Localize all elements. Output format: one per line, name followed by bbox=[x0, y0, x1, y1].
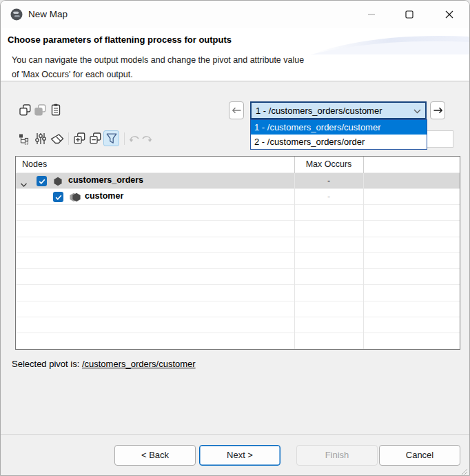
pivot-link[interactable]: /customers_orders/customer bbox=[82, 359, 196, 369]
redo-icon[interactable] bbox=[141, 133, 152, 143]
table-empty-row bbox=[16, 221, 460, 237]
chevron-down-expander-icon[interactable] bbox=[20, 178, 28, 185]
tree-row-customer[interactable]: customer - bbox=[16, 189, 460, 205]
filter-funnel-icon[interactable] bbox=[103, 130, 119, 146]
duplicate-icon[interactable] bbox=[19, 103, 31, 116]
cancel-button[interactable]: Cancel bbox=[379, 445, 460, 466]
toolbar-separator bbox=[124, 132, 125, 145]
footer-separator bbox=[1, 434, 469, 435]
max-occurs-value[interactable]: - bbox=[294, 192, 363, 201]
output-option-1[interactable]: 1 - /customers_orders/customer bbox=[251, 120, 427, 135]
window-title: New Map bbox=[28, 8, 68, 21]
tree-structure-icon[interactable] bbox=[18, 132, 30, 145]
title-bar: New Map bbox=[1, 1, 469, 28]
column-header-max-occurs: Max Occurs bbox=[294, 159, 363, 169]
close-icon[interactable] bbox=[438, 5, 461, 24]
output-select-value: 1 - /customers_orders/customer bbox=[256, 106, 382, 116]
output-select-popup: 1 - /customers_orders/customer 2 - /cust… bbox=[250, 119, 427, 150]
checkbox-customers-orders[interactable] bbox=[37, 176, 47, 186]
undo-icon[interactable] bbox=[128, 133, 140, 143]
clipboard-icon[interactable] bbox=[50, 103, 62, 116]
page-title: Choose parameters of flattening process … bbox=[8, 34, 232, 45]
table-empty-row bbox=[16, 317, 460, 333]
collapse-all-icon[interactable] bbox=[89, 132, 101, 144]
next-button[interactable]: Next > bbox=[199, 445, 280, 466]
page-description-line2: of 'Max Occurs' for each output. bbox=[12, 70, 133, 79]
table-empty-row bbox=[16, 285, 460, 301]
output-select-dropdown[interactable]: 1 - /customers_orders/customer bbox=[250, 101, 427, 119]
banner-swoosh-decoration bbox=[311, 26, 469, 60]
table-empty-row bbox=[16, 253, 460, 269]
pivot-status: Selected pivot is: /customers_orders/cus… bbox=[12, 359, 196, 369]
repeating-element-hexagon-icon bbox=[70, 192, 82, 205]
column-header-nodes: Nodes bbox=[22, 159, 47, 169]
node-label: customers_orders bbox=[68, 175, 143, 185]
content-area: 1 - /customers_orders/customer 1 - /cust… bbox=[1, 81, 469, 476]
toolbar-separator bbox=[68, 132, 69, 145]
previous-output-button[interactable] bbox=[229, 101, 244, 119]
next-output-button[interactable] bbox=[430, 101, 445, 119]
new-map-dialog: New Map Choose parameters of flattening … bbox=[0, 0, 470, 476]
table-empty-rows bbox=[16, 205, 460, 350]
output-option-2[interactable]: 2 - /customers_orders/order bbox=[251, 135, 427, 149]
nodes-table: Nodes Max Occurs customers_orders - bbox=[15, 156, 460, 350]
eraser-icon[interactable] bbox=[50, 133, 64, 144]
max-occurs-value[interactable]: - bbox=[294, 176, 363, 186]
chevron-down-icon bbox=[413, 106, 421, 116]
wizard-header: Choose parameters of flattening process … bbox=[1, 28, 469, 81]
pivot-label: Selected pivot is: bbox=[12, 359, 79, 369]
table-empty-row bbox=[16, 333, 460, 349]
checkbox-customer[interactable] bbox=[53, 192, 63, 202]
element-hexagon-icon bbox=[53, 177, 63, 189]
table-empty-row bbox=[16, 301, 460, 317]
table-header: Nodes Max Occurs bbox=[16, 157, 460, 173]
expand-all-icon[interactable] bbox=[73, 132, 85, 144]
page-description-line1: You can navigate the output models and c… bbox=[12, 55, 304, 65]
table-empty-row bbox=[16, 269, 460, 285]
tree-row-customers-orders[interactable]: customers_orders - bbox=[16, 173, 460, 189]
table-empty-row bbox=[16, 205, 460, 221]
duplicate-disabled-icon[interactable] bbox=[34, 103, 46, 116]
maximize-icon[interactable] bbox=[398, 5, 421, 24]
resize-grip[interactable] bbox=[461, 468, 468, 475]
node-label: customer bbox=[85, 191, 123, 201]
minimize-icon[interactable] bbox=[360, 5, 383, 24]
app-icon bbox=[10, 8, 23, 21]
finish-button[interactable]: Finish bbox=[296, 445, 378, 466]
table-empty-row bbox=[16, 237, 460, 253]
back-button[interactable]: < Back bbox=[114, 445, 196, 466]
sliders-icon[interactable] bbox=[34, 132, 47, 145]
